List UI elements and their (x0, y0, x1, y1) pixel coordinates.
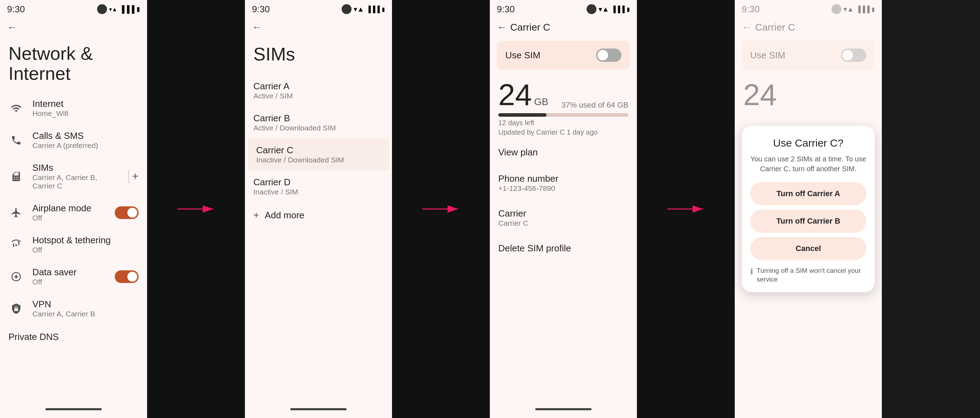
dialog-title: Use Carrier C? (750, 137, 866, 149)
screen-sims: 9:30 ▾▲ ▐▐▐ ▮ ← SIMs Carrier A Active / … (245, 0, 392, 418)
data-num: 24 (498, 79, 532, 110)
arrow-2 (420, 201, 462, 217)
calls-label: Calls & SMS (32, 130, 138, 141)
back-btn-1[interactable]: ← (0, 17, 147, 36)
phone-number-item[interactable]: Phone number +1-123-456-7890 (490, 166, 637, 200)
airplane-toggle[interactable] (115, 206, 138, 219)
data-section: 24 GB 37% used of 64 GB 12 days left Upd… (490, 74, 637, 139)
signal-icon-3: ▐▐▐ (611, 6, 625, 13)
screen-carrier-c: 9:30 ▾▲ ▐▐▐ ▮ ← Carrier C Use SIM 24 GB … (490, 0, 637, 418)
back-btn-3[interactable]: ← Carrier C (490, 17, 637, 36)
status-dot-3 (587, 4, 597, 14)
view-plan-label: View plan (498, 147, 628, 158)
arrow-separator-2 (392, 0, 490, 418)
carrier-item[interactable]: Carrier Carrier C (490, 200, 637, 235)
carrier-c-name: Carrier C (256, 145, 381, 156)
home-indicator-2 (290, 408, 347, 410)
menu-item-calls[interactable]: Calls & SMS Carrier A (preferred) (0, 124, 147, 156)
battery-icon-1: ▮ (137, 5, 140, 13)
sim-icon (8, 169, 24, 184)
delete-sim-item[interactable]: Delete SIM profile (490, 235, 637, 261)
hotspot-icon (8, 237, 24, 252)
home-indicator-1 (45, 408, 102, 410)
signal-icon-2: ▐▐▐ (366, 6, 380, 13)
page-title-1: Network & Internet (0, 36, 147, 92)
datasaver-sub: Off (32, 278, 106, 286)
datasaver-toggle[interactable] (115, 270, 138, 283)
status-bar-3: 9:30 ▾▲ ▐▐▐ ▮ (490, 0, 637, 17)
screen-network-internet: 9:30 ▾▲ ▐▐▐ ▮ ← Network & Internet Inter… (0, 0, 147, 418)
status-time-2: 9:30 (252, 4, 270, 15)
sims-right: + (129, 169, 138, 184)
phone-icon (8, 133, 24, 148)
phone-number-label: Phone number (498, 173, 628, 184)
data-percent: 37% used of 64 GB (561, 101, 628, 110)
menu-item-airplane[interactable]: Airplane mode Off (0, 196, 147, 228)
menu-item-internet[interactable]: Internet Home_Wifi (0, 92, 147, 124)
wifi-icon (8, 101, 24, 116)
sims-title: SIMs (245, 36, 392, 74)
back-arrow-3: ← (497, 22, 507, 33)
carrier-b-name: Carrier B (253, 113, 383, 124)
add-more-label: Add more (265, 210, 304, 221)
turn-off-carrier-a-btn[interactable]: Turn off Carrier A (750, 182, 866, 205)
calls-text: Calls & SMS Carrier A (preferred) (32, 130, 138, 150)
add-more-btn[interactable]: + Add more (245, 203, 392, 228)
status-time-1: 9:30 (7, 4, 25, 15)
cancel-btn[interactable]: Cancel (750, 237, 866, 260)
wifi-icon-2: ▾▲ (354, 5, 364, 13)
use-sim-toggle[interactable] (596, 49, 621, 62)
carrier-c-page-title: Carrier C (510, 22, 550, 33)
carrier-a-name: Carrier A (253, 81, 383, 92)
sim-item-carrier-b[interactable]: Carrier B Active / Downloaded SIM (245, 106, 392, 139)
status-icons-2: ▾▲ ▐▐▐ ▮ (342, 4, 385, 14)
wifi-icon-1: ▾▲ (109, 6, 118, 13)
hotspot-label: Hotspot & tethering (32, 235, 138, 246)
data-bar-bg (498, 113, 628, 117)
sim-item-carrier-d[interactable]: Carrier D Inactive / SIM (245, 171, 392, 203)
airplane-label: Airplane mode (32, 203, 106, 214)
status-bar-2: 9:30 ▾▲ ▐▐▐ ▮ (245, 0, 392, 17)
menu-item-datasaver[interactable]: Data saver Off (0, 261, 147, 293)
back-arrow-1: ← (7, 22, 17, 33)
dialog-desc: You can use 2 SIMs at a time. To use Car… (750, 154, 866, 174)
dialog-info-text: Turning off a SIM won't cancel your serv… (757, 266, 866, 284)
sim-item-carrier-a[interactable]: Carrier A Active / SIM (245, 74, 392, 106)
airplane-toggle-thumb (127, 208, 137, 218)
info-icon: ℹ (750, 267, 753, 277)
private-dns-label[interactable]: Private DNS (0, 325, 147, 344)
vpn-sub: Carrier A, Carrier B (32, 310, 138, 318)
hotspot-text: Hotspot & tethering Off (32, 235, 138, 254)
menu-item-sims[interactable]: SIMs Carrier A, Carrier B, Carrier C + (0, 156, 147, 196)
status-time-3: 9:30 (497, 4, 515, 15)
arrow-separator-1 (147, 0, 245, 418)
use-sim-toggle-thumb (598, 50, 608, 60)
turn-off-carrier-b-btn[interactable]: Turn off Carrier B (750, 209, 866, 233)
add-more-icon: + (253, 209, 259, 221)
datasaver-label: Data saver (32, 267, 106, 278)
data-amount: 24 GB (498, 79, 548, 110)
carrier-a-status: Active / SIM (253, 92, 383, 100)
delete-sim-label: Delete SIM profile (498, 243, 628, 254)
data-unit: GB (534, 96, 548, 108)
signal-icon-1: ▐▐▐ (119, 5, 134, 13)
status-icons-1: ▾▲ ▐▐▐ ▮ (97, 4, 140, 14)
datasaver-text: Data saver Off (32, 267, 106, 286)
add-sim-btn[interactable]: + (132, 170, 138, 183)
battery-icon-2: ▮ (382, 6, 385, 13)
use-sim-label: Use SIM (505, 50, 541, 61)
menu-item-hotspot[interactable]: Hotspot & tethering Off (0, 228, 147, 261)
days-left: 12 days left (498, 119, 628, 127)
use-sim-banner[interactable]: Use SIM (497, 41, 630, 70)
sim-item-carrier-c[interactable]: Carrier C Inactive / Downloaded SIM (248, 139, 389, 171)
internet-text: Internet Home_Wifi (32, 98, 138, 118)
data-bar-fill (498, 113, 546, 117)
home-indicator-3 (535, 408, 592, 410)
internet-label: Internet (32, 98, 138, 109)
view-plan-item[interactable]: View plan (490, 139, 637, 166)
updated-meta: Updated by Carrier C 1 day ago (498, 128, 628, 136)
back-btn-2[interactable]: ← (245, 17, 392, 36)
battery-icon-3: ▮ (627, 6, 630, 13)
menu-item-vpn[interactable]: VPN Carrier A, Carrier B (0, 293, 147, 325)
dialog-info: ℹ Turning off a SIM won't cancel your se… (750, 266, 866, 284)
